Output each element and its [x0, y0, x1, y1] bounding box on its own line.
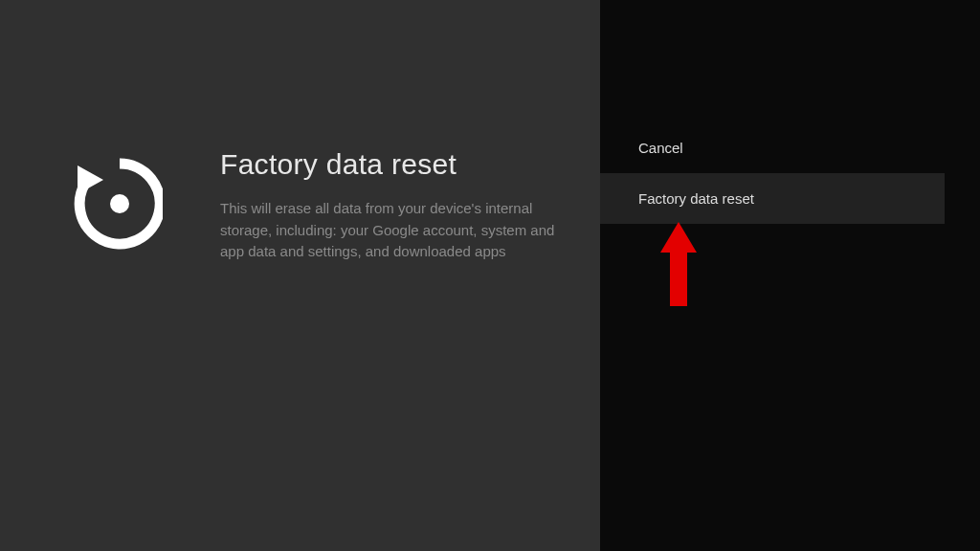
page-title: Factory data reset	[220, 148, 600, 181]
restore-icon	[67, 156, 163, 252]
svg-point-1	[110, 194, 129, 213]
content-area: Factory data reset This will erase all d…	[220, 148, 600, 263]
action-panel: Cancel Factory data reset	[600, 0, 980, 551]
factory-reset-button[interactable]: Factory data reset	[600, 173, 945, 224]
info-panel: Factory data reset This will erase all d…	[0, 0, 600, 551]
page-description: This will erase all data from your devic…	[220, 198, 574, 263]
svg-marker-0	[78, 165, 103, 194]
cancel-button[interactable]: Cancel	[600, 122, 945, 173]
